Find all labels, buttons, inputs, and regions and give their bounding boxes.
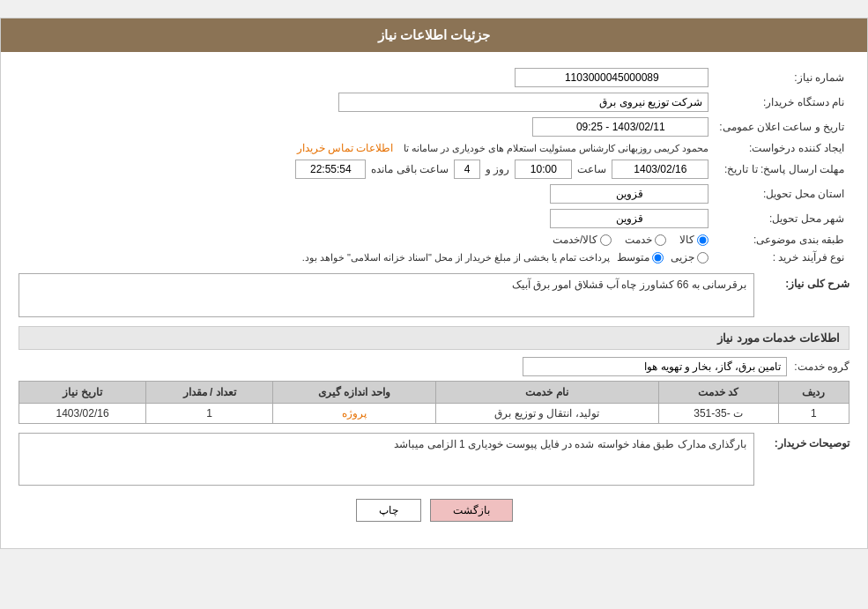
requester-label: ایجاد کننده درخواست: — [714, 139, 849, 157]
reply-time-label: ساعت — [577, 163, 606, 175]
category-kala-khedmat-label: کالا/خدمت — [553, 234, 597, 246]
purchase-motavaset-radio[interactable] — [652, 252, 664, 264]
buttons-row: بازگشت چاپ — [19, 499, 849, 522]
category-kala-radio[interactable] — [697, 234, 708, 246]
reply-days-label: روز و — [486, 163, 509, 175]
purchase-type-label: نوع فرآیند خرید : — [714, 249, 849, 266]
table-row: 1ت -35-351تولید، انتقال و توزیع برقپروژه… — [19, 404, 849, 424]
requester-value: محمود کریمی روزبهانی کارشناس مسئولیت است… — [404, 143, 709, 154]
reply-time-input[interactable] — [515, 160, 572, 179]
cell-row: 1 — [778, 404, 849, 424]
contact-link[interactable]: اطلاعات تماس خریدار — [297, 142, 394, 154]
announcement-date-label: تاریخ و ساعت اعلان عمومی: — [714, 115, 849, 139]
purchase-motavaset-option[interactable]: متوسط — [617, 251, 664, 264]
page-title: جزئیات اطلاعات نیاز — [1, 19, 867, 52]
delivery-city-label: شهر محل تحویل: — [714, 206, 849, 231]
purchase-motavaset-label: متوسط — [617, 251, 649, 264]
category-kala-option[interactable]: کالا — [679, 234, 708, 246]
col-header-unit: واحد اندازه گیری — [273, 382, 435, 404]
announcement-date-input[interactable] — [532, 117, 708, 137]
need-number-label: شماره نیاز: — [714, 65, 849, 90]
cell-date: 1403/02/16 — [19, 404, 146, 424]
delivery-city-input[interactable] — [550, 209, 708, 228]
category-khedmat-label: خدمت — [625, 234, 652, 246]
delivery-province-label: استان محل تحویل: — [714, 182, 849, 206]
category-label: طبقه بندی موضوعی: — [714, 231, 849, 249]
cell-code: ت -35-351 — [658, 404, 778, 424]
print-button[interactable]: چاپ — [356, 499, 421, 522]
reply-remaining-label: ساعت باقی مانده — [371, 163, 449, 175]
col-header-name: نام خدمت — [435, 382, 658, 404]
back-button[interactable]: بازگشت — [430, 499, 513, 522]
service-group-input[interactable] — [523, 357, 787, 376]
purchase-jozi-label: جزیی — [671, 251, 694, 264]
delivery-province-input[interactable] — [550, 184, 708, 204]
col-header-quantity: تعداد / مقدار — [146, 382, 273, 404]
category-khedmat-radio[interactable] — [655, 234, 666, 246]
col-header-code: کد خدمت — [658, 382, 778, 404]
category-khedmat-option[interactable]: خدمت — [625, 234, 666, 246]
cell-quantity: 1 — [146, 404, 273, 424]
reply-days-input[interactable] — [454, 160, 480, 179]
purchase-note: پرداخت تمام یا بخشی از مبلغ خریدار از مح… — [302, 252, 611, 264]
purchase-jozi-radio[interactable] — [697, 252, 708, 264]
purchase-jozi-option[interactable]: جزیی — [671, 251, 708, 264]
cell-name: تولید، انتقال و توزیع برق — [435, 404, 658, 424]
category-kala-label: کالا — [679, 234, 694, 246]
reply-remaining-input[interactable] — [295, 160, 366, 179]
col-header-row: ردیف — [778, 382, 849, 404]
reply-deadline-label: مهلت ارسال پاسخ: تا تاریخ: — [714, 157, 849, 182]
service-group-label: گروه خدمت: — [794, 360, 849, 373]
buyer-notes-label: توصیحات خریدار: — [761, 433, 849, 449]
buyer-notes-text: بارگذاری مدارک طبق مفاد خواسته شده در فا… — [19, 433, 754, 486]
category-kala-khedmat-option[interactable]: کالا/خدمت — [553, 234, 612, 246]
need-number-input[interactable] — [515, 68, 708, 87]
buyer-org-label: نام دستگاه خریدار: — [714, 90, 849, 115]
col-header-date: تاریخ نیاز — [19, 382, 146, 404]
buyer-org-input[interactable] — [338, 93, 708, 112]
reply-date-input[interactable] — [612, 160, 708, 179]
category-kala-khedmat-radio[interactable] — [600, 234, 612, 246]
need-description-text: برقرسانی به 66 کشاورز چاه آب قشلاق امور … — [19, 273, 754, 317]
need-description-label: شرح کلی نیاز: — [761, 273, 849, 290]
cell-unit: پروژه — [273, 404, 435, 424]
services-section-title: اطلاعات خدمات مورد نیاز — [19, 326, 849, 350]
